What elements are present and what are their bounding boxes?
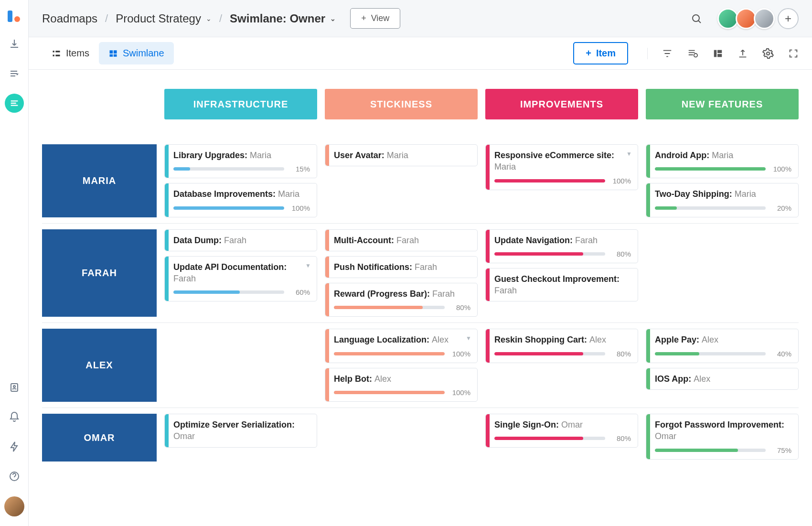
lane-cell-newfeatures[interactable]: Forgot Password Improvement: Omar75% <box>646 414 799 462</box>
lane-cell-stickiness[interactable] <box>325 414 478 462</box>
help-icon[interactable] <box>5 467 24 486</box>
card[interactable]: Responsive eCommerce site: Maria▼100% <box>485 144 638 190</box>
app-logo[interactable] <box>7 9 22 24</box>
card[interactable]: Reward (Progress Bar): Farah80% <box>325 283 478 317</box>
card-title: Multi-Account: Farah <box>334 235 470 246</box>
lane-cell-stickiness[interactable]: Multi-Account: FarahPush Notifications: … <box>325 229 478 317</box>
progress-percent: 100% <box>449 388 470 397</box>
card[interactable]: Language Localization: Alex▼100% <box>325 329 478 363</box>
column-header-infrastructure[interactable]: INFRASTRUCTURE <box>164 89 317 119</box>
export-icon[interactable] <box>737 48 748 59</box>
dropdown-caret-icon[interactable]: ▼ <box>466 335 471 342</box>
column-header-newfeatures[interactable]: NEW FEATURES <box>646 89 799 119</box>
card-accent <box>325 368 329 401</box>
filter-icon[interactable] <box>662 48 673 59</box>
card[interactable]: Library Upgrades: Maria15% <box>164 144 317 178</box>
progress-row: 20% <box>655 204 791 212</box>
card[interactable]: Help Bot: Alex100% <box>325 368 478 402</box>
svg-rect-8 <box>55 51 60 52</box>
progress-bar <box>494 179 605 182</box>
dropdown-caret-icon[interactable]: ▼ <box>305 262 311 269</box>
import-icon[interactable] <box>5 34 24 54</box>
lane-cell-newfeatures[interactable]: Android App: Maria100%Two-Day Shipping: … <box>646 144 799 217</box>
card-title: Responsive eCommerce site: Maria <box>494 150 631 173</box>
svg-rect-11 <box>114 50 117 54</box>
progress-row: 60% <box>173 288 310 296</box>
svg-rect-10 <box>109 50 113 54</box>
card[interactable]: Reskin Shopping Cart: Alex80% <box>485 329 638 363</box>
lane-cell-infrastructure[interactable] <box>164 329 317 402</box>
progress-bar <box>334 391 445 394</box>
lane-cell-newfeatures[interactable]: Apple Pay: Alex40%IOS App: Alex <box>646 329 799 402</box>
lane-cell-infrastructure[interactable]: Library Upgrades: Maria15%Database Impro… <box>164 144 317 217</box>
lane-label[interactable]: OMAR <box>42 414 157 462</box>
card[interactable]: Push Notifications: Farah <box>325 256 478 278</box>
lane-label[interactable]: MARIA <box>42 144 157 217</box>
lane-label[interactable]: FARAH <box>42 229 157 317</box>
card[interactable]: Guest Checkout Improvement: Farah <box>485 268 638 302</box>
card[interactable]: Database Improvements: Maria100% <box>164 183 317 217</box>
header-bar: Roadmaps / Product Strategy ⌄ / Swimlane… <box>29 0 812 37</box>
progress-percent: 100% <box>770 165 791 173</box>
add-item-button[interactable]: + Item <box>573 42 628 64</box>
progress-row: 40% <box>655 350 791 358</box>
card[interactable]: User Avatar: Maria <box>325 144 478 166</box>
lane-label[interactable]: ALEX <box>42 329 157 402</box>
link-filter-icon[interactable] <box>687 48 698 59</box>
current-user-avatar[interactable] <box>4 496 24 516</box>
card[interactable]: Update Navigation: Farah80% <box>485 229 638 263</box>
notifications-icon[interactable] <box>5 408 24 427</box>
lane-cell-improvements[interactable]: Update Navigation: Farah80%Guest Checkou… <box>485 229 638 317</box>
activity-icon[interactable] <box>5 437 24 456</box>
card[interactable]: Single Sign-On: Omar80% <box>485 414 638 448</box>
lane-cell-stickiness[interactable]: Language Localization: Alex▼100%Help Bot… <box>325 329 478 402</box>
card[interactable]: Optimize Server Serialization: Omar <box>164 414 317 448</box>
progress-bar <box>655 449 766 452</box>
progress-percent: 100% <box>610 177 631 185</box>
card-accent <box>486 268 490 301</box>
card[interactable]: Update API Documentation: Farah▼60% <box>164 256 317 302</box>
lane-cell-improvements[interactable]: Single Sign-On: Omar80% <box>485 414 638 462</box>
layout-icon[interactable] <box>713 48 723 59</box>
breadcrumb-separator: / <box>105 12 108 25</box>
column-header-stickiness[interactable]: STICKINESS <box>325 89 478 119</box>
tab-swimlane[interactable]: Swimlane <box>99 42 174 64</box>
breadcrumb-root[interactable]: Roadmaps <box>42 12 97 25</box>
card[interactable]: IOS App: Alex <box>646 368 799 390</box>
column-header-improvements[interactable]: IMPROVEMENTS <box>485 89 638 119</box>
card[interactable]: Two-Day Shipping: Maria20% <box>646 183 799 217</box>
search-icon[interactable] <box>691 13 702 24</box>
plus-icon: + <box>361 13 366 23</box>
contacts-icon[interactable] <box>5 378 24 397</box>
add-collaborator-button[interactable]: + <box>778 8 799 29</box>
card-accent <box>325 257 329 278</box>
lane-cell-stickiness[interactable]: User Avatar: Maria <box>325 144 478 217</box>
settings-icon[interactable] <box>762 48 774 59</box>
chevron-down-icon: ⌄ <box>330 15 336 22</box>
breadcrumb-level3[interactable]: Swimlane: Owner ⌄ <box>230 12 336 25</box>
progress-row: 80% <box>494 350 631 358</box>
lane-cell-improvements[interactable]: Responsive eCommerce site: Maria▼100% <box>485 144 638 217</box>
card[interactable]: Forgot Password Improvement: Omar75% <box>646 414 799 460</box>
breadcrumb-level2[interactable]: Product Strategy ⌄ <box>116 12 212 25</box>
tab-items[interactable]: Items <box>42 42 99 64</box>
card[interactable]: Android App: Maria100% <box>646 144 799 178</box>
swimlane-board: INFRASTRUCTURESTICKINESSIMPROVEMENTSNEW … <box>29 70 812 526</box>
add-view-button[interactable]: + View <box>350 8 400 29</box>
fullscreen-icon[interactable] <box>788 48 799 59</box>
card[interactable]: Multi-Account: Farah <box>325 229 478 251</box>
lane-cell-infrastructure[interactable]: Data Dump: FarahUpdate API Documentation… <box>164 229 317 317</box>
svg-point-1 <box>14 16 20 22</box>
card-title: Forgot Password Improvement: Omar <box>655 419 791 442</box>
lane-cell-newfeatures[interactable] <box>646 229 799 317</box>
card[interactable]: Apple Pay: Alex40% <box>646 329 799 363</box>
card[interactable]: Data Dump: Farah <box>164 229 317 251</box>
avatar[interactable] <box>754 8 775 29</box>
swimlane-nav-icon[interactable] <box>5 94 24 113</box>
progress-row: 100% <box>494 177 631 185</box>
lane-cell-infrastructure[interactable]: Optimize Server Serialization: Omar <box>164 414 317 462</box>
dropdown-caret-icon[interactable]: ▼ <box>626 150 632 157</box>
card-title: Update API Documentation: Farah <box>173 261 310 285</box>
lane-cell-improvements[interactable]: Reskin Shopping Cart: Alex80% <box>485 329 638 402</box>
list-icon[interactable] <box>5 64 24 83</box>
